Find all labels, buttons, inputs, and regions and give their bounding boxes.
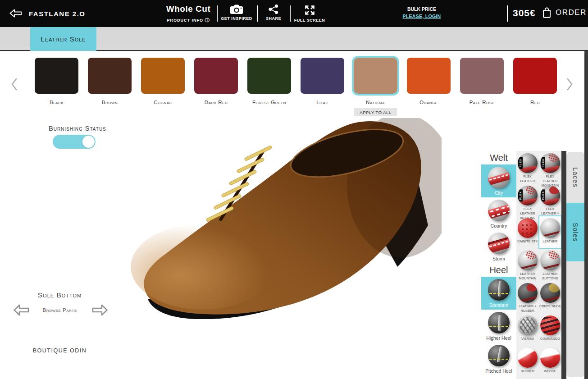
swatch-label: Dark Red [194, 100, 238, 105]
welt-option-country[interactable]: Country [481, 197, 516, 230]
sole-option-flex-leather[interactable]: FLEX FLEX LEATHER [516, 151, 539, 183]
product-info-label: PRODUCT INFO [167, 18, 203, 23]
sole-option-commando[interactable]: COMMANDO [539, 313, 561, 346]
color-swatch-red[interactable] [513, 58, 557, 94]
sole-option-leather[interactable]: LEATHER [539, 216, 561, 248]
browse-parts-label: Browse Parts [27, 307, 92, 313]
flex-leather-mountain-sole-icon: FLEX [540, 153, 560, 173]
product-title-block: Whole Cut PRODUCT INFO ⓘ [152, 4, 224, 23]
color-swatch-dark-red[interactable] [194, 58, 238, 94]
sole-option-leather-mountain[interactable]: LEATHER MOUNTAIN [516, 248, 539, 281]
swatch-label: Lilac [301, 100, 344, 105]
right-arrow-icon [91, 304, 109, 316]
leather-sole-icon [540, 218, 560, 238]
share-icon [268, 4, 279, 14]
sole-option-dainite-stk[interactable]: DAINITE STK [516, 216, 539, 248]
heel-option-standard[interactable]: Standard [481, 277, 516, 310]
full-screen-button[interactable]: FULL SCREEN [293, 4, 326, 23]
flex-leather-sole-icon: FLEX [518, 153, 538, 173]
sole-option-flex-leather-mountain[interactable]: FLEX FLEX LEATHER MOUNTAIN [539, 151, 561, 183]
color-swatch-brown[interactable] [88, 58, 132, 94]
get-inspired-button[interactable]: GET INSPIRED [219, 4, 254, 21]
price-display: 305€ [513, 8, 536, 18]
sole-option-label: RUBBER [521, 369, 534, 374]
bulk-price-label: BULK PRICE [396, 6, 448, 13]
browse-parts-next-button[interactable] [91, 304, 109, 318]
back-button[interactable] [9, 9, 23, 19]
swatch-label: Red [513, 100, 557, 105]
heel-option-label: Pitched Heel [485, 368, 512, 374]
heel-option-label: Higher Heel [486, 335, 511, 341]
country-welt-icon [488, 200, 510, 221]
heel-panel-title: Heel [481, 263, 516, 277]
welt-option-label: Country [491, 223, 507, 228]
welt-option-storm[interactable]: Storm [481, 230, 516, 263]
color-swatch-black[interactable] [35, 58, 78, 94]
color-swatch-pale-rose[interactable] [460, 58, 504, 94]
sole-option-label: WEDGE [544, 369, 556, 374]
city-welt-icon [488, 167, 510, 188]
leather-mountain-sole-icon [518, 251, 538, 270]
page-edge-strip [584, 27, 588, 379]
tab-laces[interactable]: Laces [566, 152, 584, 203]
swatch-label: Black [35, 100, 78, 105]
color-swatch-cognac[interactable] [141, 58, 185, 94]
share-button[interactable]: SHARE [261, 4, 286, 21]
side-tab-strip: Laces Soles [566, 152, 584, 377]
swatch-label: Natural [354, 100, 397, 105]
divider [507, 5, 508, 22]
boutique-name: BOUTIQUE ODIN [23, 347, 97, 354]
sole-option-leather-rubber[interactable]: LEATHER + RUBBER [516, 281, 539, 313]
sole-option-label: CREPE NUDE [539, 304, 561, 309]
shopping-bag-icon [542, 7, 552, 18]
apply-to-all-button[interactable]: APPLY TO ALL [354, 108, 397, 116]
sole-option-crepe-nude[interactable]: CREPE NUDE [539, 281, 561, 313]
color-swatch-lilac[interactable] [301, 58, 344, 94]
sole-option-flex-leather-buttons[interactable]: FLEX FLEX LEATHER BUTTONS [516, 183, 539, 216]
flex-leather-buttons-sole-icon: FLEX [518, 186, 538, 205]
login-link[interactable]: PLEASE, LOGIN [403, 14, 441, 19]
welt-option-city[interactable]: City [481, 164, 516, 197]
browse-parts-prev-button[interactable] [13, 304, 30, 318]
order-label: ORDER [556, 8, 587, 17]
sole-option-label: LEATHER [542, 239, 557, 244]
sole-option-label: LEATHER MOUNTAIN [517, 272, 538, 281]
info-icon: ⓘ [205, 18, 210, 23]
sole-option-vibram[interactable]: VIBRAM [516, 313, 539, 346]
order-button[interactable]: ORDER [542, 7, 587, 18]
sole-option-leather-buttons[interactable]: LEATHER BUTTONS [539, 248, 561, 281]
sole-option-wedge[interactable]: WEDGE [539, 346, 561, 378]
heel-option-higher[interactable]: Higher Heel [481, 310, 516, 342]
sole-bottom-title: Sole Bottom [27, 291, 92, 299]
tab-soles[interactable]: Soles [566, 203, 584, 261]
burnishing-toggle[interactable] [53, 135, 96, 149]
color-swatch-forest-green[interactable] [247, 58, 291, 94]
swatches-next-chevron[interactable] [566, 78, 573, 91]
divider [257, 5, 258, 22]
color-swatch-orange[interactable] [407, 58, 451, 94]
welt-option-label: City [495, 190, 503, 196]
wedge-sole-icon [540, 348, 560, 368]
topbar: FASTLANE 2.O Whole Cut PRODUCT INFO ⓘ GE… [0, 0, 588, 27]
sole-type-grid: FLEX FLEX LEATHER FLEX FLEX LEATHER MOUN… [516, 151, 561, 379]
rubber-sole-icon [518, 348, 538, 368]
shoe-3d-viewport[interactable] [131, 118, 442, 319]
pitched-heel-icon [488, 345, 510, 366]
flex-badge: FLEX [518, 157, 523, 169]
sole-option-label: LEATHER BUTTONS [539, 272, 561, 281]
swatch-label: Orange [407, 100, 451, 105]
tab-leather-sole[interactable]: Leather Sole [30, 27, 96, 51]
brand-logo: FASTLANE 2.O [29, 10, 86, 18]
swatches-prev-chevron[interactable] [11, 78, 18, 91]
flex-badge: FLEX [541, 189, 545, 201]
heel-option-label: Standard [489, 302, 509, 308]
camera-icon [230, 4, 243, 14]
product-info-button[interactable]: PRODUCT INFO ⓘ [167, 17, 210, 23]
sole-option-flex-leather-rubber[interactable]: FLEX FLEX LEATHER + RUBBER [539, 183, 561, 216]
heel-option-pitched[interactable]: Pitched Heel [481, 342, 516, 375]
flex-badge: FLEX [541, 157, 545, 169]
share-label: SHARE [266, 16, 281, 21]
color-swatch-natural[interactable] [354, 58, 397, 94]
sole-option-rubber[interactable]: RUBBER [516, 346, 539, 378]
full-screen-label: FULL SCREEN [294, 18, 325, 23]
